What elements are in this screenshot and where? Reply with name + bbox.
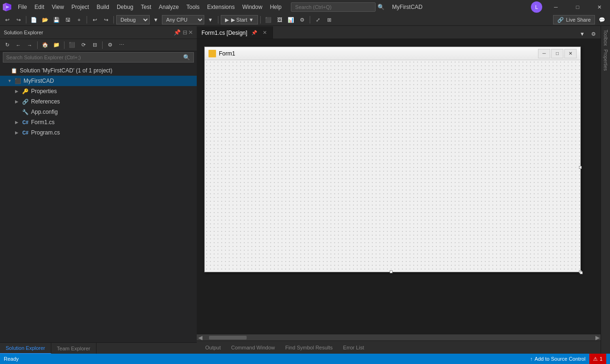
tab-settings-button[interactable]: ⚙ [588, 29, 599, 39]
se-forward-button[interactable]: → [24, 40, 35, 50]
bottom-tab-find-symbol[interactable]: Find Symbol Results [281, 342, 337, 353]
menu-window[interactable]: Window [239, 0, 266, 14]
se-refresh-button[interactable]: ⟳ [78, 40, 88, 50]
toolbar-icon-4[interactable]: ⚙ [297, 15, 307, 24]
new-file-button[interactable]: 📄 [29, 15, 39, 24]
menu-file[interactable]: File [14, 0, 31, 14]
save-button[interactable]: 💾 [51, 15, 62, 24]
toolbar-icon-6[interactable]: ⊞ [324, 15, 334, 24]
solution-explorer-panel: Solution Explorer 📌 ⊟ ✕ ↻ ← → 🏠 📁 ⬛ ⟳ ⊟ … [0, 26, 197, 354]
tab-list-button[interactable]: ▼ [577, 29, 587, 39]
horizontal-scrollbar[interactable]: ◀ ▶ [197, 334, 601, 340]
toolbar-separator-3 [113, 16, 114, 24]
menu-project[interactable]: Project [68, 0, 93, 14]
pin-icon[interactable]: 📌 [174, 29, 181, 36]
tree-solution[interactable]: 📋 Solution 'MyFirstCAD' (1 of 1 project) [0, 65, 197, 76]
bottom-tab-command-window[interactable]: Command Window [226, 342, 280, 353]
se-pin-icon[interactable]: ⊟ [183, 29, 187, 36]
error-badge[interactable]: ⚠ 1 [589, 354, 606, 364]
se-more-button[interactable]: ⋯ [116, 40, 127, 50]
references-icon: 🔗 [22, 98, 29, 105]
menu-tools[interactable]: Tools [183, 0, 203, 14]
platform-select[interactable]: Any CPU x86 x64 [162, 15, 204, 24]
se-sync-button[interactable]: ↻ [2, 40, 12, 50]
tree-project[interactable]: ▼ ⬛ MyFirstCAD [0, 76, 197, 86]
error-icon: ⚠ [593, 356, 598, 362]
menu-edit[interactable]: Edit [31, 0, 48, 14]
bottom-tab-output[interactable]: Output [201, 342, 225, 353]
toolbar-separator-6 [310, 16, 310, 24]
form-body[interactable] [205, 60, 580, 272]
bottom-tab-error-list[interactable]: Error List [338, 342, 369, 353]
feedback-button[interactable]: 💬 [596, 15, 608, 24]
minimize-button[interactable]: ─ [545, 0, 567, 14]
toolbar-icon-3[interactable]: 📊 [286, 15, 296, 24]
form-icon: 🖼 [209, 50, 216, 57]
back-button[interactable]: ↩ [2, 15, 12, 24]
toolbox-label[interactable]: Toolbox [603, 28, 608, 47]
undo-button[interactable]: ↩ [89, 15, 100, 24]
close-button[interactable]: ✕ [588, 0, 610, 14]
se-close-icon[interactable]: ✕ [188, 29, 193, 36]
resize-handle-bm[interactable] [390, 270, 393, 273]
menu-view[interactable]: View [48, 0, 68, 14]
right-sidebar: Toolbox Properties [601, 26, 610, 354]
scroll-left-button[interactable]: ◀ [197, 334, 203, 341]
form-close-button[interactable]: ✕ [564, 49, 577, 58]
appconfig-icon: 🔧 [22, 108, 29, 116]
toolbar-icon-5[interactable]: ⤢ [313, 15, 323, 24]
maximize-button[interactable]: □ [567, 0, 588, 14]
solution-icon: 📋 [10, 67, 18, 74]
menu-extensions[interactable]: Extensions [203, 0, 239, 14]
debug-config-dropdown[interactable]: ▼ [151, 15, 161, 24]
menu-debug[interactable]: Debug [113, 0, 137, 14]
resize-handle-mr[interactable] [579, 166, 582, 169]
add-source-control[interactable]: ↑ Add to Source Control [530, 356, 586, 362]
debug-config-select[interactable]: Debug Release [116, 15, 150, 24]
start-button[interactable]: ▶ ▶ Start ▼ [221, 15, 258, 24]
scroll-thumb[interactable] [209, 336, 247, 340]
se-back-button[interactable]: ← [13, 40, 24, 50]
toolbar-icon-2[interactable]: 🖼 [274, 15, 285, 24]
toolbar-icon-1[interactable]: ⬛ [263, 15, 273, 24]
open-file-button[interactable]: 📂 [40, 15, 50, 24]
add-button[interactable]: + [74, 15, 84, 24]
search-icon: 🔍 [377, 4, 385, 10]
se-folder-button[interactable]: 📁 [51, 40, 62, 50]
forward-button[interactable]: ↪ [13, 15, 24, 24]
scroll-right-button[interactable]: ▶ [594, 334, 601, 341]
se-collapse-button[interactable]: ⊟ [89, 40, 100, 50]
se-search-input[interactable] [3, 52, 194, 63]
properties-label[interactable]: Properties [603, 47, 608, 73]
se-home-button[interactable]: 🏠 [40, 40, 50, 50]
tab-close-icon[interactable]: ✕ [261, 30, 268, 36]
tree-programcs[interactable]: ▶ C# Program.cs [0, 127, 197, 138]
editor-tab-form1-design[interactable]: Form1.cs [Design] 📌 ✕ [197, 26, 273, 39]
se-filter-button[interactable]: ⬛ [67, 40, 77, 50]
tree-appconfig[interactable]: 🔧 App.config [0, 107, 197, 117]
platform-dropdown[interactable]: ▼ [205, 15, 216, 24]
menu-analyze[interactable]: Analyze [155, 0, 183, 14]
form-maximize-button[interactable]: □ [551, 49, 563, 58]
title-search-input[interactable] [291, 2, 376, 12]
user-avatar[interactable]: L [531, 1, 542, 13]
tree-form1cs[interactable]: ▶ C# Form1.cs [0, 117, 197, 127]
se-settings-button[interactable]: ⚙ [105, 40, 115, 50]
redo-button[interactable]: ↪ [101, 15, 111, 24]
live-share-button[interactable]: 🔗 Live Share [553, 15, 595, 24]
se-tab-team-explorer[interactable]: Team Explorer [51, 343, 96, 354]
tree-properties[interactable]: ▶ 🔑 Properties [0, 86, 197, 96]
design-surface[interactable]: 🖼 Form1 ─ □ ✕ [197, 39, 601, 334]
menu-test[interactable]: Test [137, 0, 155, 14]
programcs-arrow-icon: ▶ [15, 130, 22, 135]
menu-build[interactable]: Build [93, 0, 113, 14]
toolbar-separator-4 [218, 16, 218, 24]
save-all-button[interactable]: 🖫 [63, 15, 73, 24]
se-tab-solution-explorer[interactable]: Solution Explorer [0, 343, 51, 354]
tree-references[interactable]: ▶ 🔗 References [0, 96, 197, 107]
scroll-track[interactable] [204, 336, 593, 340]
form-minimize-button[interactable]: ─ [538, 49, 550, 58]
corner-resize-icon[interactable] [580, 271, 583, 274]
status-left: Ready [4, 356, 19, 362]
menu-help[interactable]: Help [266, 0, 285, 14]
